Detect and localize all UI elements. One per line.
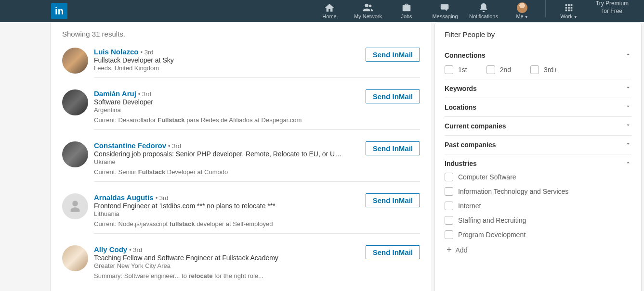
nav-label: My Network <box>354 13 382 19</box>
industry-checkbox[interactable]: Staffing and Recruiting <box>445 216 631 225</box>
avatar[interactable] <box>62 141 88 167</box>
nav-notifications[interactable]: Notifications <box>464 0 503 22</box>
filter-keywords-header[interactable]: Keywords <box>445 84 631 93</box>
filter-label: Industries <box>445 160 477 167</box>
add-industry[interactable]: + Add <box>445 245 631 255</box>
industry-checkbox[interactable]: Internet <box>445 202 631 210</box>
connection-degree: • 3rd <box>141 49 154 56</box>
send-inmail-button[interactable]: Send InMail <box>366 89 420 103</box>
filter-title: Filter People by <box>445 30 631 38</box>
send-inmail-button[interactable]: Send InMail <box>366 193 420 207</box>
nav-work[interactable]: Work▼ <box>550 0 588 22</box>
send-inmail-button[interactable]: Send InMail <box>366 141 420 155</box>
search-result: Arnaldas Augutis • 3rdFrontend Engineer … <box>51 188 432 240</box>
checkbox-icon <box>445 202 453 210</box>
nav-messaging[interactable]: Messaging <box>426 0 464 22</box>
filter-current-companies-header[interactable]: Current companies <box>445 122 631 130</box>
industry-checkbox[interactable]: Computer Software <box>445 173 631 181</box>
industry-checkbox[interactable]: Information Technology and Services <box>445 187 631 196</box>
checkbox-label: Information Technology and Services <box>458 188 568 195</box>
nav-my-network[interactable]: My Network <box>349 0 387 22</box>
connection-checkbox-1st[interactable]: 1st <box>445 65 467 74</box>
result-headline: Frontend Engineer at 1stdibs.com *** no … <box>94 202 344 210</box>
nav-label: Notifications <box>469 13 498 19</box>
result-location: Leeds, United Kingdom <box>94 64 366 72</box>
checkbox-icon <box>486 65 495 74</box>
result-headline: Teaching Fellow and Software Engineer at… <box>94 254 344 262</box>
send-inmail-button[interactable]: Send InMail <box>366 245 420 259</box>
result-name[interactable]: Ally Cody <box>94 245 127 253</box>
checkbox-label: Computer Software <box>458 173 516 181</box>
avatar[interactable] <box>62 193 88 219</box>
filter-locations-header[interactable]: Locations <box>445 103 631 112</box>
connection-degree: • 3rd <box>138 90 151 98</box>
premium-line1: Try Premium <box>596 0 629 8</box>
chevron-down-icon: ▼ <box>525 15 528 19</box>
avatar[interactable] <box>62 245 88 271</box>
filter-label: Keywords <box>445 85 477 92</box>
checkbox-icon <box>530 65 539 74</box>
home-icon <box>324 3 335 13</box>
checkbox-icon <box>445 173 453 181</box>
result-name[interactable]: Constantine Fedorov <box>94 141 166 150</box>
avatar[interactable] <box>62 48 88 74</box>
grid-icon <box>564 3 574 13</box>
connection-degree: • 3rd <box>156 194 169 202</box>
filter-connections-header[interactable]: Connections <box>445 51 631 60</box>
checkbox-label: 1st <box>458 66 467 74</box>
add-label: Add <box>456 246 468 254</box>
filter-label: Connections <box>445 51 486 59</box>
premium-line2: for Free <box>602 8 622 15</box>
send-inmail-button[interactable]: Send InMail <box>366 48 420 62</box>
chevron-down-icon: ▼ <box>574 15 578 19</box>
filter-sidebar: Filter People by Connections 1st2nd3rd+ … <box>434 22 642 291</box>
checkbox-label: 2nd <box>500 66 511 74</box>
message-icon <box>440 3 450 13</box>
checkbox-label: Internet <box>458 202 481 210</box>
filter-industries: Industries Computer SoftwareInformation … <box>445 154 631 260</box>
nav-home[interactable]: Home <box>310 0 349 22</box>
checkbox-label: Staffing and Recruiting <box>458 216 526 224</box>
nav-label: Home <box>322 13 336 19</box>
checkbox-label: Program Development <box>458 231 526 239</box>
chevron-down-icon <box>625 103 631 112</box>
filter-past-companies-header[interactable]: Past companies <box>445 140 631 149</box>
nav-jobs[interactable]: Jobs <box>387 0 426 22</box>
filter-keywords: Keywords <box>445 79 631 98</box>
filter-locations: Locations <box>445 98 631 117</box>
connection-degree: • 3rd <box>129 246 142 253</box>
nav-me[interactable]: Me▼ <box>503 0 541 22</box>
filter-label: Current companies <box>445 122 506 130</box>
nav-divider <box>545 0 546 17</box>
filter-label: Past companies <box>445 141 496 149</box>
chevron-down-icon <box>625 84 631 93</box>
result-name[interactable]: Damián Aruj <box>94 89 136 98</box>
result-name[interactable]: Arnaldas Augutis <box>94 193 154 202</box>
result-headline: Fullstack Developer at Sky <box>94 56 344 64</box>
result-extra: Current: Node.js/javascript fullstack de… <box>94 220 366 228</box>
connection-checkbox-2nd[interactable]: 2nd <box>486 65 511 74</box>
industry-checkbox[interactable]: Program Development <box>445 230 631 239</box>
nav-label: Work▼ <box>560 13 577 19</box>
chevron-up-icon <box>625 159 631 168</box>
filter-industries-header[interactable]: Industries <box>445 159 631 168</box>
filter-label: Locations <box>445 103 476 111</box>
result-headline: Considering job proposals: Senior PHP de… <box>94 150 344 158</box>
result-location: Argentina <box>94 106 366 114</box>
nav-label: Me▼ <box>516 13 528 19</box>
results-count: Showing 31 results. <box>51 22 432 42</box>
result-name[interactable]: Luis Nolazco <box>94 48 139 56</box>
avatar[interactable] <box>62 89 88 115</box>
checkbox-icon <box>445 187 453 196</box>
filter-current-companies: Current companies <box>445 117 631 136</box>
result-extra: Summary: Software engineer... to relocat… <box>94 272 366 279</box>
checkbox-icon <box>445 230 453 239</box>
connection-checkbox-3rd+[interactable]: 3rd+ <box>530 65 557 74</box>
avatar-icon <box>517 3 527 13</box>
filter-past-companies: Past companies <box>445 136 631 154</box>
premium-cta[interactable]: Try Premium for Free <box>588 0 636 15</box>
linkedin-logo[interactable]: in <box>51 3 67 19</box>
checkbox-icon <box>445 65 453 74</box>
people-icon <box>363 3 373 13</box>
chevron-down-icon <box>625 122 631 130</box>
